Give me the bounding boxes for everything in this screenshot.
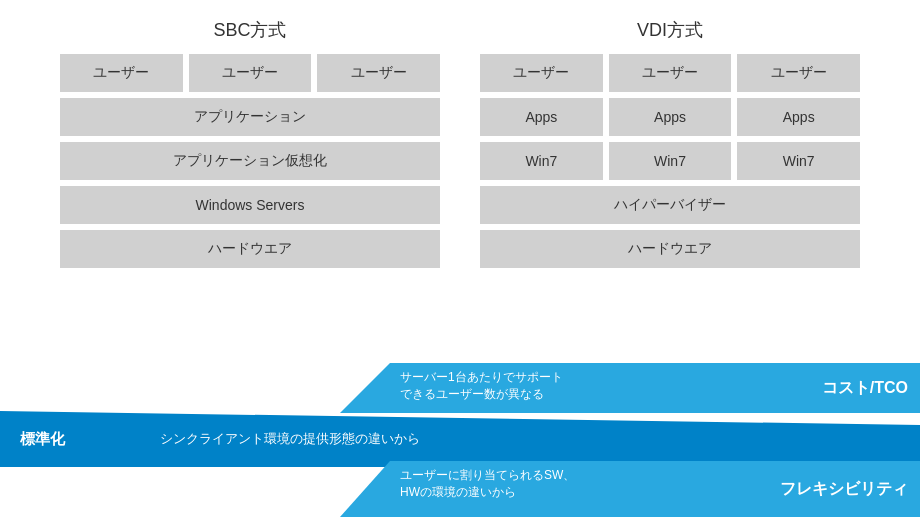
banner-cost-label: コスト/TCO bbox=[822, 378, 908, 399]
sbc-hardware: ハードウエア bbox=[60, 230, 440, 268]
vdi-win7-row: Win7 Win7 Win7 bbox=[480, 142, 860, 180]
sbc-user-row: ユーザー ユーザー ユーザー bbox=[60, 54, 440, 92]
vdi-win7-2: Win7 bbox=[609, 142, 732, 180]
svg-marker-1 bbox=[0, 411, 920, 467]
sbc-windows-servers: Windows Servers bbox=[60, 186, 440, 224]
sbc-user-1: ユーザー bbox=[60, 54, 183, 92]
vdi-apps-row: Apps Apps Apps bbox=[480, 98, 860, 136]
banner-standardization: 標準化 シンクライアント環境の提供形態の違いから bbox=[0, 411, 920, 467]
banner-flexibility: ユーザーに割り当てられるSW、 HWの環境の違いから フレキシビリティ bbox=[0, 461, 920, 517]
sbc-user-3: ユーザー bbox=[317, 54, 440, 92]
vdi-user-1: ユーザー bbox=[480, 54, 603, 92]
diagram-area: SBC方式 ユーザー ユーザー ユーザー アプリケーション アプリケーション仮想… bbox=[0, 0, 920, 278]
banner-flex-label: フレキシビリティ bbox=[780, 479, 908, 500]
sbc-application: アプリケーション bbox=[60, 98, 440, 136]
main-container: SBC方式 ユーザー ユーザー ユーザー アプリケーション アプリケーション仮想… bbox=[0, 0, 920, 518]
vdi-user-row: ユーザー ユーザー ユーザー bbox=[480, 54, 860, 92]
vdi-win7-3: Win7 bbox=[737, 142, 860, 180]
sbc-section: SBC方式 ユーザー ユーザー ユーザー アプリケーション アプリケーション仮想… bbox=[60, 18, 440, 268]
banner-std-text: シンクライアント環境の提供形態の違いから bbox=[160, 430, 420, 448]
vdi-win7-1: Win7 bbox=[480, 142, 603, 180]
vdi-hypervisor: ハイパーバイザー bbox=[480, 186, 860, 224]
vdi-user-3: ユーザー bbox=[737, 54, 860, 92]
banner-cost-text: サーバー1台あたりでサポート できるユーザー数が異なる bbox=[400, 369, 563, 403]
vdi-apps-3: Apps bbox=[737, 98, 860, 136]
vdi-apps-1: Apps bbox=[480, 98, 603, 136]
vdi-title: VDI方式 bbox=[637, 18, 703, 42]
banner-cost-tco: サーバー1台あたりでサポート できるユーザー数が異なる コスト/TCO bbox=[0, 363, 920, 413]
vdi-section: VDI方式 ユーザー ユーザー ユーザー Apps Apps bbox=[480, 18, 860, 268]
banner-flex-text: ユーザーに割り当てられるSW、 HWの環境の違いから bbox=[400, 467, 575, 501]
sbc-title: SBC方式 bbox=[213, 18, 286, 42]
vdi-apps-2: Apps bbox=[609, 98, 732, 136]
vdi-hardware: ハードウエア bbox=[480, 230, 860, 268]
vdi-user-2: ユーザー bbox=[609, 54, 732, 92]
sbc-app-virtual: アプリケーション仮想化 bbox=[60, 142, 440, 180]
banner-area: サーバー1台あたりでサポート できるユーザー数が異なる コスト/TCO 標準化 … bbox=[0, 363, 920, 518]
banner-std-left-label: 標準化 bbox=[20, 430, 65, 449]
sbc-user-2: ユーザー bbox=[189, 54, 312, 92]
